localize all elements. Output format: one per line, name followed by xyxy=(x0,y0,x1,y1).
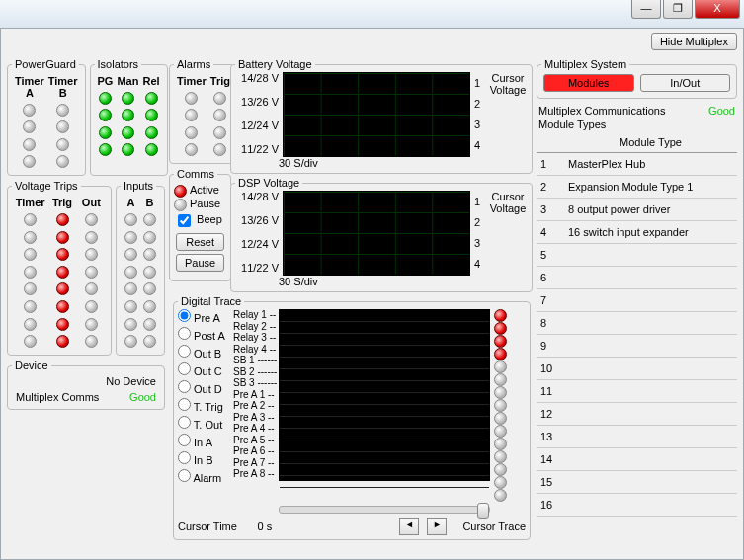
module-row[interactable]: 10 xyxy=(537,358,737,380)
battery-ch-labels: 1234 xyxy=(470,72,488,155)
module-type-header: Module Type xyxy=(564,132,737,153)
multiplex-system-legend: Multiplex System xyxy=(541,58,629,70)
dsp-x-label: 30 S/div xyxy=(235,276,528,287)
cursor-time-value: 0 s xyxy=(245,520,285,532)
digital-trace-group: Digital Trace Pre A Post A Out B Out C O… xyxy=(173,295,531,540)
alarms-group: Alarms TimerTrig xyxy=(169,58,238,164)
comms-beep-checkbox[interactable]: Beep xyxy=(174,213,222,225)
module-row[interactable]: 1MasterPlex Hub xyxy=(537,153,737,176)
dtrace-option[interactable]: Out D xyxy=(178,380,233,398)
inout-button[interactable]: In/Out xyxy=(640,74,731,92)
comms-group: Comms Active Pause Beep Reset Pause xyxy=(169,168,231,280)
comms-legend: Comms xyxy=(174,168,217,180)
module-row[interactable]: 13 xyxy=(537,426,737,448)
cursor-left-button[interactable]: ◄ xyxy=(399,518,419,535)
battery-x-label: 30 S/div xyxy=(235,157,528,169)
dtrace-option[interactable]: T. Trig xyxy=(178,398,233,416)
dsp-ch-labels: 1234 xyxy=(470,191,488,274)
dsp-y-labels: 14/28 V13/26 V12/24 V11/22 V xyxy=(235,191,283,274)
device-value: No Device xyxy=(12,373,160,389)
window-maximize-button[interactable]: ❐ xyxy=(663,0,693,19)
window-close-button[interactable]: X xyxy=(695,0,740,19)
comms-active-option[interactable]: Active xyxy=(174,184,219,196)
battery-cursor-label: Cursor Voltage xyxy=(488,72,528,157)
multiplex-comms-value: Good xyxy=(708,105,735,117)
dtrace-option[interactable]: T. Out xyxy=(178,416,233,434)
multiplex-comms-label: Multiplex Communications xyxy=(538,105,665,117)
inputs-legend: Inputs xyxy=(121,180,156,192)
digital-trace-legend: Digital Trace xyxy=(178,295,244,307)
modules-button[interactable]: Modules xyxy=(543,74,634,92)
hide-multiplex-button[interactable]: Hide Multiplex xyxy=(651,33,737,50)
voltage-trips-legend: Voltage Trips xyxy=(12,180,81,192)
cursor-time-label: Cursor Time xyxy=(178,520,237,532)
module-row[interactable]: 9 xyxy=(537,335,737,358)
digital-trace-leds xyxy=(490,309,510,502)
dsp-voltage-legend: DSP Voltage xyxy=(235,177,302,189)
isolators-legend: Isolators xyxy=(95,58,142,70)
powerguard-col-a: Timer A xyxy=(14,74,45,100)
digital-trace-scope xyxy=(279,309,490,481)
module-row[interactable]: 6 xyxy=(537,267,737,289)
module-types-label: Module Types xyxy=(538,119,735,130)
dtrace-option[interactable]: Post A xyxy=(178,327,233,345)
battery-y-labels: 14/28 V13/26 V12/24 V11/22 V xyxy=(235,72,283,155)
dtrace-option[interactable]: Out C xyxy=(178,362,233,380)
module-row[interactable]: 5 xyxy=(537,244,737,267)
dsp-scope xyxy=(283,191,470,276)
powerguard-group: PowerGuard Timer ATimer B xyxy=(7,58,86,176)
multiplex-system-group: Multiplex System Modules In/Out xyxy=(537,58,737,99)
alarms-legend: Alarms xyxy=(174,58,213,70)
inputs-group: Inputs AB xyxy=(116,180,165,356)
digital-trace-row-labels: Relay 1 --Relay 2 --Relay 3 --Relay 4 --… xyxy=(233,309,279,502)
dtrace-option[interactable]: In B xyxy=(178,451,233,469)
module-row[interactable]: 7 xyxy=(537,289,737,312)
module-row[interactable]: 11 xyxy=(537,380,737,403)
module-row[interactable]: 14 xyxy=(537,448,737,471)
battery-voltage-legend: Battery Voltage xyxy=(235,58,315,70)
battery-voltage-group: Battery Voltage 14/28 V13/26 V12/24 V11/… xyxy=(230,58,533,174)
dtrace-option[interactable]: In A xyxy=(178,434,233,451)
device-comms-value: Good xyxy=(129,391,156,403)
device-comms-label: Multiplex Comms xyxy=(16,391,99,403)
dtrace-option[interactable]: Alarm xyxy=(178,469,233,487)
titlebar: — ❐ X xyxy=(0,0,744,29)
dsp-cursor-label: Cursor Voltage xyxy=(488,191,528,276)
powerguard-col-b: Timer B xyxy=(47,74,79,100)
device-legend: Device xyxy=(12,360,51,371)
cursor-right-button[interactable]: ► xyxy=(427,518,447,535)
isolators-group: Isolators PGManRel xyxy=(90,58,168,176)
dtrace-option[interactable]: Out B xyxy=(178,345,233,362)
comms-reset-button[interactable]: Reset xyxy=(176,233,224,251)
module-row[interactable]: 8 xyxy=(537,312,737,335)
cursor-trace-label: Cursor Trace xyxy=(462,520,526,532)
module-row[interactable]: 12 xyxy=(537,403,737,426)
comms-pause-button[interactable]: Pause xyxy=(176,254,224,272)
module-row[interactable]: 38 output power driver xyxy=(537,199,737,221)
battery-scope xyxy=(283,72,470,157)
cursor-slider[interactable] xyxy=(279,506,490,514)
dtrace-option[interactable]: Pre A xyxy=(178,309,233,327)
device-group: Device No Device Multiplex Comms Good xyxy=(7,360,165,410)
voltage-trips-group: Voltage Trips TimerTrigOut xyxy=(7,180,112,356)
module-types-table: Module Type 1MasterPlex Hub2Expansion Mo… xyxy=(537,132,737,517)
window-minimize-button[interactable]: — xyxy=(631,0,661,19)
module-row[interactable]: 16 xyxy=(537,494,737,517)
dsp-voltage-group: DSP Voltage 14/28 V13/26 V12/24 V11/22 V… xyxy=(230,177,533,292)
module-row[interactable]: 15 xyxy=(537,471,737,494)
module-row[interactable]: 416 switch input expander xyxy=(537,221,737,244)
powerguard-legend: PowerGuard xyxy=(12,58,79,70)
comms-pause-option[interactable]: Pause xyxy=(174,198,220,209)
module-row[interactable]: 2Expansion Module Type 1 xyxy=(537,176,737,199)
